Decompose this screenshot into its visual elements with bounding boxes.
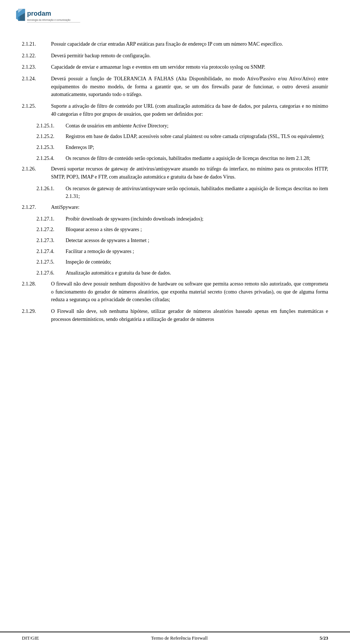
- section-2124: 2.1.24. Deverá possuir a função de TOLER…: [22, 75, 328, 99]
- section-text-2122: Deverá permitir backup remoto de configu…: [51, 52, 328, 60]
- section-text-21275: Inspeção de conteúdo;: [66, 258, 328, 266]
- section-num-21252: 2.1.25.2.: [36, 133, 66, 141]
- section-text-21253: Endereços IP;: [66, 143, 328, 152]
- section-num-21273: 2.1.27.3.: [36, 237, 66, 245]
- section-2127: 2.1.27. AntiSpyware:: [22, 203, 328, 211]
- section-num-2125: 2.1.25.: [22, 102, 51, 118]
- section-num-2121: 2.1.21.: [22, 40, 51, 48]
- svg-text:prodam: prodam: [27, 10, 51, 17]
- section-num-21261: 2.1.26.1.: [36, 185, 66, 200]
- section-21254: 2.1.25.4. Os recursos de filtro de conte…: [22, 154, 328, 162]
- footer-right: 5/23: [320, 635, 328, 641]
- section-text-21254: Os recursos de filtro de conteúdo serão …: [66, 154, 328, 162]
- section-text-21251: Contas de usuários em ambiente Active Di…: [66, 122, 328, 130]
- section-num-21254: 2.1.25.4.: [36, 154, 66, 162]
- section-num-2127: 2.1.27.: [22, 203, 51, 211]
- section-num-21253: 2.1.25.3.: [36, 143, 66, 152]
- section-num-21272: 2.1.27.2.: [36, 226, 66, 234]
- section-text-21276: Atualização automática e gratuita da bas…: [66, 269, 328, 277]
- section-num-21274: 2.1.27.4.: [36, 248, 66, 256]
- section-num-2128: 2.1.28.: [22, 280, 51, 304]
- section-num-21271: 2.1.27.1.: [36, 215, 66, 223]
- section-21261: 2.1.26.1. Os recursos de gateway de anti…: [22, 185, 328, 200]
- section-num-2124: 2.1.24.: [22, 75, 51, 99]
- section-text-2128: O firewall não deve possuir nenhum dispo…: [51, 280, 328, 304]
- page-footer: DIT/GIE Termo de Referência Firewall 5/2…: [0, 632, 350, 644]
- section-2121: 2.1.21. Possuir capacidade de criar entr…: [22, 40, 328, 48]
- page-header: prodam tecnologia da informação e comuni…: [0, 0, 350, 33]
- section-21253: 2.1.25.3. Endereços IP;: [22, 143, 328, 152]
- section-2123: 2.1.23. Capacidade de enviar e armazenar…: [22, 63, 328, 71]
- section-2126: 2.1.26. Deverá suportar recursos de gate…: [22, 165, 328, 181]
- prodam-logo: prodam tecnologia da informação e comuni…: [15, 7, 80, 29]
- section-num-2122: 2.1.22.: [22, 52, 51, 60]
- section-text-21261: Os recursos de gateway de antivírus/anti…: [66, 185, 328, 200]
- svg-text:tecnologia da informação e com: tecnologia da informação e comunicação: [27, 19, 70, 22]
- section-num-2123: 2.1.23.: [22, 63, 51, 71]
- main-content: 2.1.21. Possuir capacidade de criar entr…: [0, 33, 350, 632]
- section-text-2121: Possuir capacidade de criar entradas ARP…: [51, 40, 328, 48]
- section-21276: 2.1.27.6. Atualização automática e gratu…: [22, 269, 328, 277]
- footer-center: Termo de Referência Firewall: [151, 635, 207, 641]
- section-2122: 2.1.22. Deverá permitir backup remoto de…: [22, 52, 328, 60]
- section-21275: 2.1.27.5. Inspeção de conteúdo;: [22, 258, 328, 266]
- section-21271: 2.1.27.1. Proíbir downloads de spywares …: [22, 215, 328, 223]
- section-text-2124: Deverá possuir a função de TOLERANCIA A …: [51, 75, 328, 99]
- section-text-21274: Facilitar a remoção de spywares ;: [66, 248, 328, 256]
- section-num-21275: 2.1.27.5.: [36, 258, 66, 266]
- section-21252: 2.1.25.2. Registros em base de dados LDA…: [22, 133, 328, 141]
- section-text-2126: Deverá suportar recursos de gateway de a…: [51, 165, 328, 181]
- section-21273: 2.1.27.3. Detectar acessos de spywares a…: [22, 237, 328, 245]
- footer-left: DIT/GIE: [22, 635, 39, 641]
- logo-container: prodam tecnologia da informação e comuni…: [15, 7, 80, 29]
- section-2125: 2.1.25. Suporte a ativação de filtro de …: [22, 102, 328, 118]
- section-text-21272: Bloquear acesso a sites de spywares ;: [66, 226, 328, 234]
- section-num-2126: 2.1.26.: [22, 165, 51, 181]
- section-num-21276: 2.1.27.6.: [36, 269, 66, 277]
- section-text-21252: Registros em base de dados LDAP, acessív…: [66, 133, 328, 141]
- section-2129: 2.1.29. O Firewall não deve, sob nenhuma…: [22, 307, 328, 323]
- section-21272: 2.1.27.2. Bloquear acesso a sites de spy…: [22, 226, 328, 234]
- section-text-2129: O Firewall não deve, sob nenhuma hipótes…: [51, 307, 328, 323]
- section-text-2123: Capacidade de enviar e armazenar logs e …: [51, 63, 328, 71]
- section-text-21271: Proíbir downloads de spywares (incluindo…: [66, 215, 328, 223]
- section-21251: 2.1.25.1. Contas de usuários em ambiente…: [22, 122, 328, 130]
- section-21274: 2.1.27.4. Facilitar a remoção de spyware…: [22, 248, 328, 256]
- section-text-2127: AntiSpyware:: [51, 203, 328, 211]
- section-2128: 2.1.28. O firewall não deve possuir nenh…: [22, 280, 328, 304]
- section-num-21251: 2.1.25.1.: [36, 122, 66, 130]
- section-text-21273: Detectar acessos de spywares a Internet …: [66, 237, 328, 245]
- section-text-2125: Suporte a ativação de filtro de conteúdo…: [51, 102, 328, 118]
- section-num-2129: 2.1.29.: [22, 307, 51, 323]
